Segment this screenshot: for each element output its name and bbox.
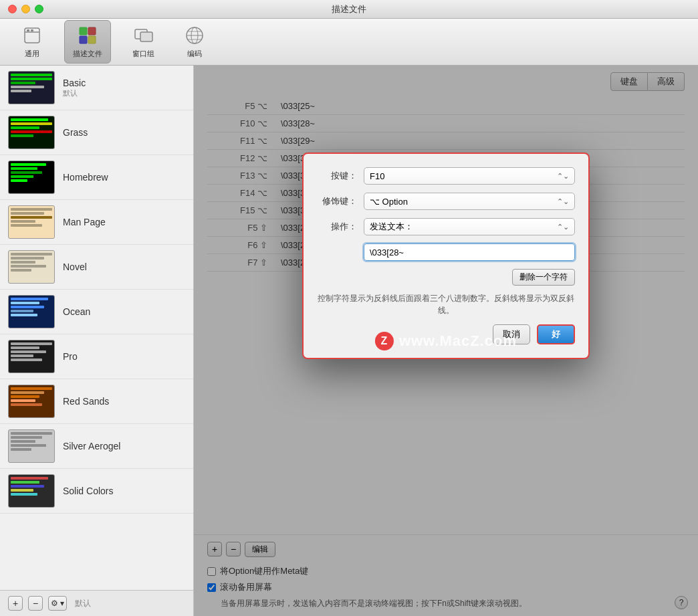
sidebar-item-novel[interactable]: Novel <box>0 245 193 290</box>
default-label: 默认 <box>75 598 91 609</box>
toolbar-encoding-label: 编码 <box>187 49 202 59</box>
thumbnail-grass <box>8 116 55 149</box>
sidebar-item-manpage[interactable]: Man Page <box>0 200 193 245</box>
sidebar-item-ocean-name: Ocean <box>63 306 90 317</box>
sidebar-item-basic-info: Basic 默认 <box>63 78 86 98</box>
key-select-arrow: ⌃⌄ <box>557 172 569 181</box>
sidebar-item-redsands-info: Red Sands <box>63 396 109 407</box>
sidebar-item-pro-info: Pro <box>63 351 78 362</box>
sidebar-item-homebrew-name: Homebrew <box>63 172 108 183</box>
modal-modifier-row: 修饰键： ⌥ Option ⌃⌄ <box>317 193 575 210</box>
sidebar-item-pro-name: Pro <box>63 351 78 362</box>
sidebar-footer: + − ⚙ ▾ 默认 <box>0 590 193 616</box>
sidebar-item-grass-info: Grass <box>63 127 88 138</box>
modal-input-row: \033[28~ <box>317 243 575 261</box>
modal-ok-button[interactable]: 好 <box>537 324 575 344</box>
sidebar-item-solidcolors-info: Solid Colors <box>63 486 113 496</box>
modal-action-select[interactable]: 发送文本： ⌃⌄ <box>364 218 575 235</box>
modal-action-label: 操作： <box>317 221 357 233</box>
toolbar-windowgroup[interactable]: 窗口组 <box>124 21 162 63</box>
sidebar-item-solidcolors[interactable]: Solid Colors <box>0 469 193 514</box>
toolbar-windowgroup-label: 窗口组 <box>132 49 154 59</box>
svg-rect-9 <box>140 32 152 41</box>
modal-modifier-select[interactable]: ⌥ Option ⌃⌄ <box>364 193 575 210</box>
thumbnail-pro <box>8 340 55 373</box>
minimize-button[interactable] <box>21 5 30 13</box>
general-icon <box>21 25 43 46</box>
sidebar-item-solidcolors-name: Solid Colors <box>63 486 113 496</box>
maximize-button[interactable] <box>35 5 43 13</box>
windowgroup-icon <box>133 25 154 46</box>
action-select-arrow: ⌃⌄ <box>557 223 569 231</box>
sidebar-item-pro[interactable]: Pro <box>0 334 193 379</box>
svg-rect-6 <box>88 27 96 35</box>
toolbar-profiles[interactable]: 描述文件 <box>64 20 111 64</box>
svg-rect-2 <box>27 29 29 31</box>
sidebar-list: Basic 默认 Grass <box>0 66 193 590</box>
sidebar-item-manpage-name: Man Page <box>63 217 106 227</box>
right-panel: 键盘 高级 F5 ⌥\033[25~F10 ⌥\033[28~F11 ⌥\033… <box>194 66 698 616</box>
sidebar-item-silveraerogel[interactable]: Silver Aerogel <box>0 424 193 469</box>
modifier-select-arrow: ⌃⌄ <box>557 197 569 206</box>
sidebar-item-redsands-name: Red Sands <box>63 396 109 407</box>
window-controls <box>8 5 43 13</box>
sidebar-item-ocean[interactable]: Ocean <box>0 290 193 334</box>
delete-char-button[interactable]: 删除一个字符 <box>512 269 575 286</box>
toolbar-general[interactable]: 通用 <box>13 21 51 63</box>
sidebar: Basic 默认 Grass <box>0 66 194 616</box>
sidebar-item-basic[interactable]: Basic 默认 <box>0 66 193 110</box>
modal-key-select[interactable]: F10 ⌃⌄ <box>364 167 575 185</box>
remove-profile-button[interactable]: − <box>28 596 43 611</box>
thumbnail-novel <box>8 250 55 284</box>
thumbnail-solidcolors <box>8 474 55 508</box>
toolbar-encoding[interactable]: 编码 <box>176 21 213 63</box>
sidebar-item-basic-name: Basic <box>63 78 86 88</box>
modal-dialog: 按键： F10 ⌃⌄ 修饰键： ⌥ Option ⌃⌄ 操作： <box>302 152 590 359</box>
modal-key-label: 按键： <box>317 170 357 182</box>
delete-btn-row: 删除一个字符 <box>317 269 575 286</box>
title-bar: 描述文件 <box>0 0 698 19</box>
modal-action-row: 操作： 发送文本： ⌃⌄ <box>317 218 575 235</box>
toolbar-profiles-label: 描述文件 <box>73 49 102 59</box>
thumbnail-redsands <box>8 385 55 418</box>
sidebar-item-redsands[interactable]: Red Sands <box>0 379 193 424</box>
svg-rect-3 <box>31 29 33 31</box>
close-button[interactable] <box>8 5 17 13</box>
thumbnail-homebrew <box>8 161 55 194</box>
window-title: 描述文件 <box>332 3 366 15</box>
profiles-icon <box>77 25 98 46</box>
profile-gear-button[interactable]: ⚙ ▾ <box>48 596 67 611</box>
modal-cancel-button[interactable]: 取消 <box>493 324 530 344</box>
svg-rect-7 <box>88 36 96 43</box>
sidebar-item-novel-name: Novel <box>63 262 87 272</box>
modal-text-input[interactable]: \033[28~ <box>364 243 575 261</box>
sidebar-item-novel-info: Novel <box>63 262 87 272</box>
sidebar-item-silveraerogel-name: Silver Aerogel <box>63 441 120 451</box>
toolbar: 通用 描述文件 窗口组 <box>0 19 698 66</box>
svg-rect-4 <box>80 27 87 35</box>
svg-rect-5 <box>80 36 87 43</box>
encoding-icon <box>184 25 205 46</box>
modal-key-row: 按键： F10 ⌃⌄ <box>317 167 575 185</box>
main-content: Basic 默认 Grass <box>0 66 698 616</box>
thumbnail-ocean <box>8 295 55 328</box>
sidebar-item-basic-sub: 默认 <box>63 88 86 98</box>
thumbnail-manpage <box>8 205 55 239</box>
modal-overlay: 按键： F10 ⌃⌄ 修饰键： ⌥ Option ⌃⌄ 操作： <box>194 66 698 616</box>
sidebar-item-grass-name: Grass <box>63 127 88 138</box>
thumbnail-silveraerogel <box>8 429 55 463</box>
thumbnail-basic <box>8 71 55 104</box>
sidebar-item-manpage-info: Man Page <box>63 217 106 227</box>
sidebar-item-grass[interactable]: Grass <box>0 110 193 155</box>
modal-description: 控制字符显示为反斜线后面跟着三个八进制数字。反斜线将显示为双反斜线。 <box>317 292 575 316</box>
modal-buttons: 取消 好 <box>317 324 575 344</box>
modal-modifier-label: 修饰键： <box>317 195 357 207</box>
sidebar-item-silveraerogel-info: Silver Aerogel <box>63 441 120 451</box>
sidebar-item-homebrew[interactable]: Homebrew <box>0 155 193 200</box>
sidebar-item-ocean-info: Ocean <box>63 306 90 317</box>
add-profile-button[interactable]: + <box>8 596 23 611</box>
toolbar-general-label: 通用 <box>25 49 39 59</box>
sidebar-item-homebrew-info: Homebrew <box>63 172 108 183</box>
